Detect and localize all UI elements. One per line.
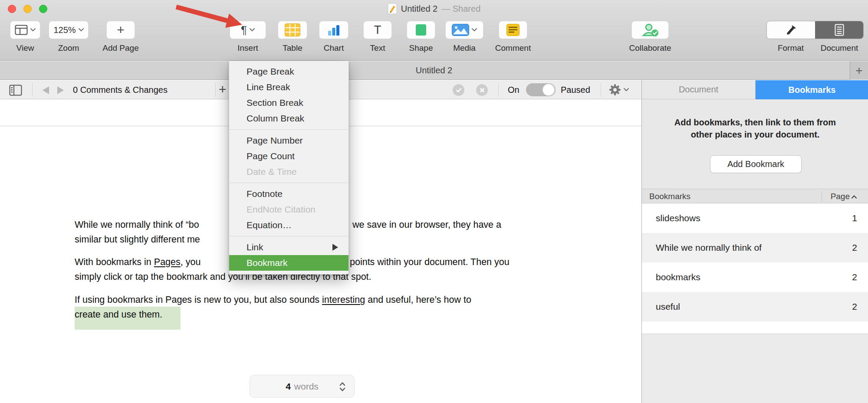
- divider: [822, 191, 822, 202]
- window-title-area: Untitled 2 — Shared: [0, 3, 868, 15]
- plus-icon: +: [117, 23, 125, 36]
- bookmark-row[interactable]: slideshows 1: [642, 203, 868, 233]
- menu-item-link[interactable]: Link: [229, 239, 349, 255]
- media-button-label: Media: [453, 43, 476, 53]
- bookmarks-column-header[interactable]: Bookmarks: [649, 189, 690, 204]
- menu-item-column-break[interactable]: Column Break: [229, 111, 349, 126]
- toolbar-group-chart: Chart: [315, 21, 352, 53]
- bookmarks-intro-line1: Add bookmarks, then link to them from: [642, 118, 868, 128]
- chart-button[interactable]: [319, 21, 349, 39]
- tab-bookmarks-label: Bookmarks: [789, 85, 836, 95]
- new-tab-button[interactable]: +: [850, 61, 868, 80]
- add-comment-button[interactable]: +: [219, 80, 227, 99]
- gear-icon: [608, 83, 621, 96]
- shape-button[interactable]: [407, 21, 435, 39]
- body-text-line: create and use them.: [75, 309, 162, 320]
- menu-item-bookmark[interactable]: Bookmark: [229, 255, 349, 271]
- media-photo-icon: [452, 24, 469, 36]
- insert-button-label: Insert: [237, 43, 258, 53]
- bookmarks-intro-line2: other places in your document.: [642, 130, 868, 140]
- menu-item-equation[interactable]: Equation…: [229, 217, 349, 233]
- text-button[interactable]: T: [363, 21, 392, 39]
- tab-document-label: Document: [679, 85, 718, 95]
- bookmark-name: useful: [656, 301, 680, 312]
- menu-item-line-break[interactable]: Line Break: [229, 79, 349, 95]
- menu-separator: [229, 236, 349, 236]
- body-text-segment: , you: [181, 257, 201, 267]
- page-column-label: Page: [831, 189, 850, 204]
- interesting-link-text[interactable]: interesting: [322, 295, 365, 305]
- window-title-shared-suffix: — Shared: [441, 4, 480, 14]
- toolbar-group-collaborate: Collaborate: [626, 21, 674, 53]
- submenu-arrow-icon: [332, 244, 338, 251]
- bookmark-row[interactable]: bookmarks 2: [642, 262, 868, 292]
- page-column-header[interactable]: Page: [831, 189, 857, 204]
- menu-item-date-time: Date & Time: [229, 164, 349, 180]
- track-changes-toggle[interactable]: [526, 83, 556, 96]
- menu-item-page-count[interactable]: Page Count: [229, 148, 349, 164]
- document-inspector-button[interactable]: [815, 21, 863, 39]
- bookmark-name: While we normally think of: [656, 242, 762, 253]
- chevron-down-icon: [79, 28, 84, 32]
- word-count-value: 4: [286, 381, 291, 392]
- view-button[interactable]: [10, 21, 40, 39]
- window-chrome: Untitled 2 — Shared View 125%: [0, 0, 868, 61]
- zoom-button[interactable]: 125%: [49, 21, 89, 39]
- collaborate-button-label: Collaborate: [629, 43, 671, 53]
- body-text-line: With bookmarks in Pages, you: [75, 257, 201, 268]
- accept-change-button[interactable]: [453, 84, 464, 96]
- format-button[interactable]: [767, 21, 815, 39]
- comment-button-label: Comment: [495, 43, 531, 53]
- menu-item-page-break[interactable]: Page Break: [229, 64, 349, 79]
- bookmark-row[interactable]: While we normally think of 2: [642, 233, 868, 262]
- document-icon: [835, 24, 844, 36]
- body-text-segment: If using bookmarks in Pages is new to yo…: [75, 295, 322, 305]
- tab-untitled-2[interactable]: Untitled 2: [0, 61, 868, 80]
- previous-comment-button[interactable]: [43, 86, 49, 94]
- body-text-line: While we normally think of “bo: [75, 220, 199, 230]
- menu-item-page-number[interactable]: Page Number: [229, 133, 349, 148]
- bookmark-name: bookmarks: [656, 272, 700, 282]
- word-count-stepper-icon: [339, 381, 346, 393]
- menu-item-footnote[interactable]: Footnote: [229, 186, 349, 202]
- collaborate-button[interactable]: [631, 21, 669, 39]
- tab-document[interactable]: Document: [642, 80, 756, 99]
- divider: [498, 83, 499, 97]
- toolbar-group-comment: Comment: [491, 21, 535, 53]
- bar-chart-icon: [327, 24, 340, 36]
- shape-button-label: Shape: [409, 43, 433, 53]
- bookmark-page: 2: [852, 301, 857, 312]
- sidebar-panel-icon: [9, 85, 22, 96]
- table-icon: [285, 23, 300, 36]
- comments-sidebar-toggle-button[interactable]: [7, 84, 24, 96]
- tab-bookmarks[interactable]: Bookmarks: [756, 80, 868, 99]
- tracking-options-button[interactable]: [608, 83, 629, 96]
- add-page-button[interactable]: +: [106, 21, 135, 39]
- body-text-segment: With bookmarks in: [75, 257, 154, 267]
- comment-button[interactable]: [499, 21, 527, 39]
- table-button[interactable]: [278, 21, 307, 39]
- body-text-line: similar but slightly different me: [75, 234, 200, 245]
- shape-icon: [415, 24, 427, 36]
- toolbar-group-text: T Text: [361, 21, 394, 53]
- bookmark-row[interactable]: useful 2: [642, 292, 868, 321]
- next-comment-button[interactable]: [57, 86, 64, 94]
- window-title: Untitled 2: [401, 4, 438, 14]
- zoom-button-label: Zoom: [58, 43, 79, 53]
- reject-change-button[interactable]: [476, 84, 488, 96]
- word-count-pill[interactable]: 4 words: [250, 375, 355, 398]
- collaborate-people-icon: [640, 23, 661, 37]
- add-bookmark-button[interactable]: Add Bookmark: [710, 155, 802, 173]
- comments-changes-summary: 0 Comments & Changes: [73, 80, 168, 99]
- toolbar-group-zoom: 125% Zoom: [47, 21, 90, 53]
- media-button[interactable]: [445, 21, 483, 39]
- body-text-line: we save in our browser, they have a: [352, 220, 501, 230]
- pages-link-text[interactable]: Pages: [154, 257, 181, 267]
- divider: [32, 83, 33, 97]
- format-brush-icon: [786, 24, 797, 36]
- menu-item-section-break[interactable]: Section Break: [229, 95, 349, 111]
- inspector-segmented-control: [766, 21, 864, 39]
- bookmark-page: 2: [852, 272, 857, 282]
- bookmark-page: 1: [852, 213, 857, 223]
- bookmarks-list-header: Bookmarks Page: [642, 189, 868, 203]
